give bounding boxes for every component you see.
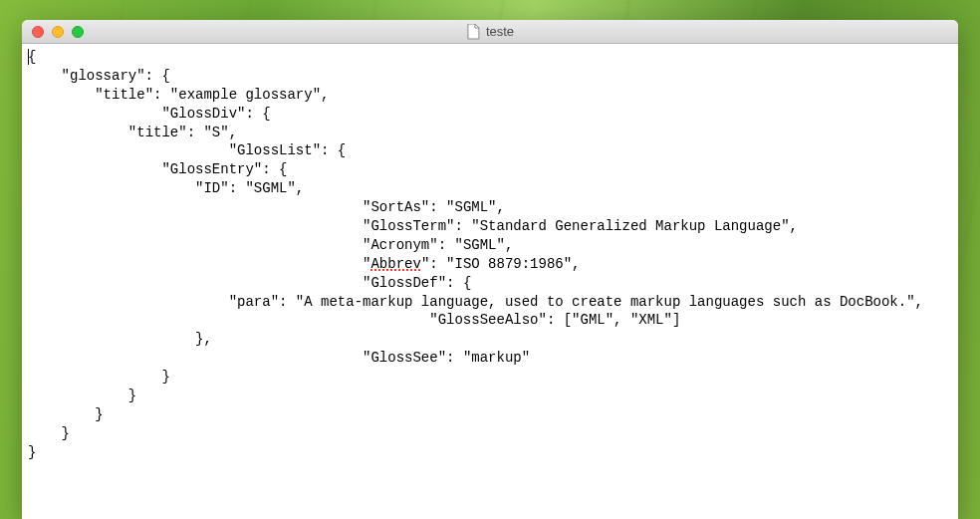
code-line: "GlossEntry": { xyxy=(28,161,287,177)
code-line: "glossary": { xyxy=(28,68,170,84)
code-line: } xyxy=(28,425,70,441)
code-line: } xyxy=(28,369,170,385)
code-line: }, xyxy=(28,331,212,347)
window-titlebar[interactable]: teste xyxy=(22,20,958,44)
spellcheck-word: Abbrev xyxy=(370,256,420,272)
text-editor-window: teste { "glossary": { "title": "example … xyxy=(22,20,958,519)
code-line: "Acronym": "SGML", xyxy=(28,237,513,253)
code-line: "title": "S", xyxy=(28,125,237,140)
window-title: teste xyxy=(486,24,514,39)
code-line: "ID": "SGML", xyxy=(28,180,304,196)
text-editor-content[interactable]: { "glossary": { "title": "example glossa… xyxy=(22,44,958,466)
code-line: "GlossDiv": { xyxy=(28,106,271,122)
code-line: "para": "A meta-markup language, used to… xyxy=(28,294,923,310)
close-button[interactable] xyxy=(32,26,44,38)
maximize-button[interactable] xyxy=(72,26,84,38)
code-line: { xyxy=(28,49,36,65)
code-line: "GlossTerm": "Standard Generalized Marku… xyxy=(28,218,798,234)
traffic-lights xyxy=(22,26,84,38)
code-line: "SortAs": "SGML", xyxy=(28,199,505,215)
code-line: "GlossSeeAlso": ["GML", "XML"] xyxy=(28,312,680,328)
minimize-button[interactable] xyxy=(52,26,64,38)
code-line: "GlossList": { xyxy=(28,142,346,158)
code-line: ": "ISO 8879:1986", xyxy=(421,256,581,272)
code-line: " xyxy=(28,256,370,272)
code-line: "GlossSee": "markup" xyxy=(28,350,530,366)
code-line: } xyxy=(28,406,104,422)
document-icon xyxy=(466,24,480,40)
code-line: "GlossDef": { xyxy=(28,275,471,291)
title-area: teste xyxy=(466,24,514,40)
code-line: } xyxy=(28,444,36,460)
code-line: } xyxy=(28,388,136,403)
code-line: "title": "example glossary", xyxy=(28,87,329,103)
